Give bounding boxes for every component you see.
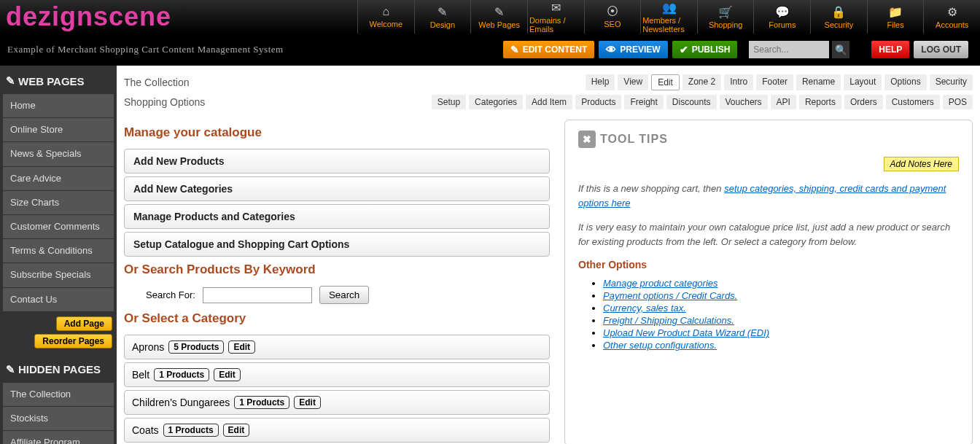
nav-icon: ⌂ (382, 5, 389, 18)
product-count-chip[interactable]: 1 Products (234, 396, 289, 409)
logo: dezignscene (6, 1, 171, 32)
tab-setup[interactable]: Setup (432, 95, 466, 109)
tab-api[interactable]: API (771, 95, 796, 109)
option-link[interactable]: Freight / Shipping Calculations. (603, 315, 734, 326)
nav-icon: ⚙ (947, 5, 957, 19)
panel-button[interactable]: Manage Products and Categories (124, 204, 550, 229)
tab-footer[interactable]: Footer (756, 74, 793, 90)
header-search-button[interactable]: 🔍 (832, 41, 849, 58)
topnav-domains-emails[interactable]: ✉Domains / Emails (527, 0, 584, 34)
option-link[interactable]: Manage product categories (603, 278, 718, 289)
sidebar-item[interactable]: Home (3, 94, 114, 117)
tab-security[interactable]: Security (930, 74, 973, 90)
tab-rename[interactable]: Rename (796, 74, 841, 90)
topnav-security[interactable]: 🔒Security (810, 0, 867, 34)
product-search-input[interactable] (203, 287, 312, 303)
reorder-pages-button[interactable]: Reorder Pages (34, 334, 112, 348)
shopping-options-label: Shopping Options (124, 96, 205, 108)
category-row[interactable]: Coats 1 Products Edit (124, 418, 550, 443)
tab-products[interactable]: Products (575, 95, 621, 109)
topnav-shopping[interactable]: 🛒Shopping (697, 0, 754, 34)
eye-icon: 👁 (606, 44, 616, 55)
tab-categories[interactable]: Categories (469, 95, 523, 109)
tab-edit[interactable]: Edit (651, 74, 680, 90)
top-nav: ⌂Welcome✎Design✎Web Pages✉Domains / Emai… (357, 0, 980, 34)
tab-help[interactable]: Help (586, 74, 615, 90)
panel-button[interactable]: Setup Catalogue and Shopping Cart Option… (124, 232, 550, 257)
topnav-seo[interactable]: ⦿SEO (584, 0, 641, 34)
panel-button[interactable]: Add New Categories (124, 176, 550, 201)
panel-button[interactable]: Add New Products (124, 149, 550, 174)
product-count-chip[interactable]: 1 Products (154, 368, 209, 381)
tab-options[interactable]: Options (884, 74, 926, 90)
topnav-files[interactable]: 📁Files (867, 0, 924, 34)
add-page-button[interactable]: Add Page (56, 316, 112, 331)
add-notes-button[interactable]: Add Notes Here (884, 157, 959, 171)
sidebar-item[interactable]: Terms & Conditions (3, 239, 114, 262)
tab-freight[interactable]: Freight (624, 95, 663, 109)
preview-button[interactable]: 👁PREVIEW (599, 41, 667, 58)
edit-category-button[interactable]: Edit (214, 368, 241, 381)
tooltips-panel: ✖ TOOL TIPS Add Notes Here If this is a … (564, 120, 973, 444)
edit-category-button[interactable]: Edit (223, 424, 250, 437)
tab-pos[interactable]: POS (943, 95, 973, 109)
publish-button[interactable]: ✔PUBLISH (672, 41, 738, 58)
edit-category-button[interactable]: Edit (228, 340, 255, 354)
section-select-category: Or Select a Category (124, 311, 550, 326)
tab-orders[interactable]: Orders (844, 95, 883, 109)
help-button[interactable]: HELP (871, 41, 909, 58)
option-link[interactable]: Other setup configurations. (603, 340, 717, 351)
sidebar-item[interactable]: Customer Comments (3, 215, 114, 238)
logout-button[interactable]: LOG OUT (914, 41, 968, 58)
tab-vouchers[interactable]: Vouchers (720, 95, 768, 109)
product-search-button[interactable]: Search (319, 286, 369, 304)
category-row[interactable]: Aprons 5 Products Edit (124, 335, 550, 359)
page-tabs: HelpViewEditZone 2IntroFooterRenameLayou… (586, 74, 973, 90)
tab-view[interactable]: View (618, 74, 648, 90)
sidebar-item[interactable]: News & Specials (3, 142, 114, 165)
tagline: Example of Merchant Shopping Cart Conten… (7, 44, 503, 55)
nav-icon: 👥 (662, 1, 677, 15)
option-link[interactable]: Upload New Product Data Wizard (EDI) (603, 327, 769, 338)
sidebar: ✎WEB PAGES HomeOnline StoreNews & Specia… (0, 66, 117, 444)
edit-icon: ✎ (6, 74, 15, 87)
topnav-forums[interactable]: 💬Forums (753, 0, 810, 34)
edit-content-button[interactable]: ✎EDIT CONTENT (503, 41, 595, 58)
sidebar-item[interactable]: Affiliate Program (3, 431, 114, 444)
sidebar-section-hidden-pages: ✎HIDDEN PAGES (0, 360, 117, 382)
product-count-chip[interactable]: 5 Products (168, 340, 224, 354)
tab-zone-2[interactable]: Zone 2 (682, 74, 721, 90)
sidebar-item[interactable]: The Collection (3, 383, 114, 406)
product-count-chip[interactable]: 1 Products (163, 424, 219, 437)
tools-icon: ✖ (578, 131, 596, 148)
sidebar-item[interactable]: Online Store (3, 118, 114, 141)
tab-layout[interactable]: Layout (844, 74, 882, 90)
header-search-input[interactable] (749, 41, 829, 58)
topnav-design[interactable]: ✎Design (414, 0, 471, 34)
topnav-accounts[interactable]: ⚙Accounts (923, 0, 980, 34)
section-manage-catalogue: Manage your catalogue (124, 125, 550, 140)
option-link[interactable]: Payment options / Credit Cards. (603, 290, 737, 301)
topnav-welcome[interactable]: ⌂Welcome (357, 0, 414, 34)
sidebar-item[interactable]: Care Advice (3, 167, 114, 190)
topnav-web-pages[interactable]: ✎Web Pages (470, 0, 527, 34)
tip-paragraph-1: If this is a new shopping cart, then set… (578, 182, 959, 210)
category-row[interactable]: Children's Dungarees 1 Products Edit (124, 390, 550, 415)
nav-icon: ✎ (438, 5, 447, 19)
tab-customers[interactable]: Customers (886, 95, 940, 109)
option-link[interactable]: Currency, sales tax. (603, 303, 686, 313)
tab-discounts[interactable]: Discounts (666, 95, 717, 109)
sidebar-item[interactable]: Stockists (3, 407, 114, 430)
topnav-members-newsletters[interactable]: 👥Members / Newsletters (640, 0, 697, 34)
nav-icon: 💬 (775, 5, 790, 19)
category-row[interactable]: Belt 1 Products Edit (124, 362, 550, 387)
edit-category-button[interactable]: Edit (294, 396, 321, 409)
sidebar-item[interactable]: Contact Us (3, 288, 114, 311)
sidebar-item[interactable]: Subscribe Specials (3, 263, 114, 287)
category-name: Aprons (132, 341, 164, 353)
tab-reports[interactable]: Reports (799, 95, 841, 109)
category-name: Belt (132, 369, 149, 381)
sidebar-item[interactable]: Size Charts (3, 191, 114, 214)
tab-add-item[interactable]: Add Item (526, 95, 572, 109)
tab-intro[interactable]: Intro (724, 74, 753, 90)
